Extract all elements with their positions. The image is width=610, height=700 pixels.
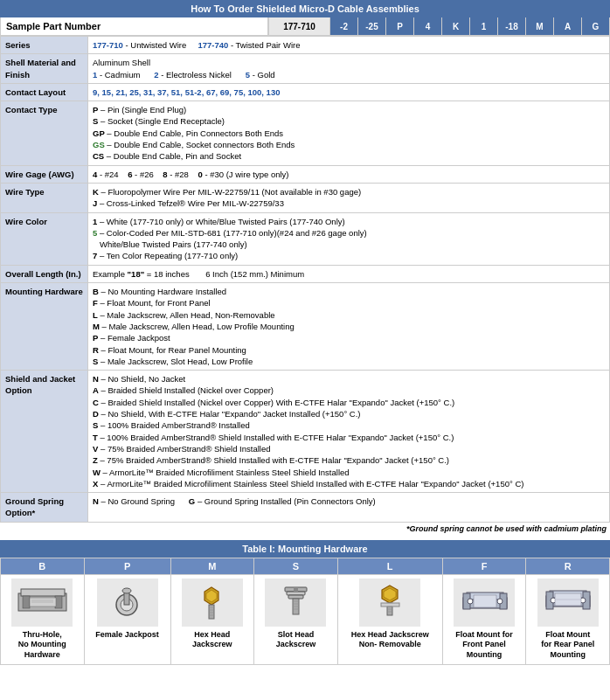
hw-label-s: Slot HeadJackscrew	[256, 630, 336, 650]
hw-img-r	[537, 579, 599, 627]
sj-v: V	[93, 444, 98, 454]
series-value: 177-710 - Untwisted Wire 177-740 - Twist…	[88, 37, 610, 54]
hw-svg-r	[539, 580, 596, 624]
contact-layout-value: 9, 15, 21, 25, 31, 37, 51, 51-2, 67, 69,…	[88, 83, 610, 100]
part-number-cells: 177-710 -2 -25 P 4 K 1 -18 M A G	[268, 17, 609, 35]
wc-1: 1	[93, 217, 97, 226]
shield-jacket-label: Shield and Jacket Option	[1, 371, 88, 493]
shield-jacket-value: N – No Shield, No Jacket A – Braided Shi…	[88, 371, 610, 493]
hw-cell-s: Slot HeadJackscrew	[254, 574, 338, 664]
pn-main: 177-710	[268, 17, 329, 35]
overall-length-row: Overall Length (In.) Example "18" = 18 i…	[1, 265, 610, 282]
hw-label-b: Thru-Hole,No MountingHardware	[3, 630, 82, 661]
hw-label-m: Hex HeadJackscrew	[173, 630, 253, 650]
series-row: Series 177-710 - Untwisted Wire 177-740 …	[1, 37, 610, 54]
svg-point-38	[468, 599, 473, 604]
wt-j: J	[93, 198, 97, 208]
series-177740: 177-740	[198, 40, 228, 50]
sj-w: W	[93, 468, 101, 477]
gs-g: G	[189, 496, 195, 506]
hw-header-l: L	[337, 558, 442, 574]
hw-cell-b: Thru-Hole,No MountingHardware	[1, 574, 85, 664]
hw-header-r: R	[526, 558, 610, 574]
pn-code-5: K	[441, 17, 469, 35]
overall-length-label: Overall Length (In.)	[1, 265, 88, 282]
series-177710: 177-710	[93, 40, 123, 50]
hw-cell-f: Float Mount forFront PanelMounting	[442, 574, 526, 664]
hw-label-r: Float Mountfor Rear PanelMounting	[528, 630, 607, 661]
shell-value: Aluminum Shell 1 - Cadmium 2 - Electrole…	[88, 54, 610, 84]
series-label: Series	[1, 37, 88, 54]
svg-rect-40	[474, 595, 496, 607]
ol-example: "18"	[128, 269, 145, 279]
sj-a: A	[93, 385, 99, 395]
mh-b: B	[93, 287, 99, 296]
wire-color-row: Wire Color 1 – White (177-710 only) or W…	[1, 212, 610, 265]
hw-label-f: Float Mount forFront PanelMounting	[445, 630, 524, 661]
shell-2: 2	[154, 70, 158, 80]
hw-label-p: Female Jackpost	[87, 630, 169, 641]
hw-svg-s	[267, 580, 324, 624]
wire-type-label: Wire Type	[1, 183, 88, 212]
svg-point-10	[122, 588, 131, 593]
hw-cell-m: Hex HeadJackscrew	[170, 574, 254, 664]
contact-layout-label: Contact Layout	[1, 83, 88, 100]
sj-c: C	[93, 398, 99, 407]
hw-label-l: Hex Head JackscrewNon- Removable	[340, 630, 440, 650]
hw-img-s	[265, 579, 326, 627]
contact-layout-row: Contact Layout 9, 15, 21, 25, 31, 37, 51…	[1, 83, 610, 100]
hw-img-m	[182, 579, 243, 627]
wg-4: 4	[93, 170, 97, 179]
pn-code-4: 4	[413, 17, 441, 35]
mh-m: M	[93, 322, 100, 331]
hw-svg-l	[362, 580, 419, 624]
ct-s: S	[93, 116, 98, 126]
pn-code-7: -18	[497, 17, 525, 35]
hw-svg-f	[456, 580, 513, 624]
sj-d: D	[93, 409, 99, 419]
hw-header-f: F	[442, 558, 526, 574]
ct-gs: GS	[93, 140, 105, 149]
pn-code-6: 1	[469, 17, 497, 35]
gs-n: N	[93, 496, 99, 506]
wg-0: 0	[198, 170, 202, 179]
part-number-label: Sample Part Number	[1, 17, 268, 35]
svg-rect-19	[287, 592, 305, 595]
ground-spring-value: N – No Ground Spring G – Ground Spring I…	[88, 493, 610, 523]
mh-s: S	[93, 357, 98, 366]
pn-code-3: P	[385, 17, 413, 35]
pn-code-10: G	[581, 17, 609, 35]
sj-z: Z	[93, 455, 98, 465]
wire-type-value: K – Fluoropolymer Wire Per MIL-W-22759/1…	[88, 183, 610, 212]
svg-point-39	[497, 599, 503, 604]
part-number-row: Sample Part Number 177-710 -2 -25 P 4 K …	[0, 17, 610, 36]
wt-k: K	[93, 187, 99, 197]
hw-img-l	[359, 579, 420, 627]
main-container: { "title": "How To Order Shielded Micro-…	[0, 0, 610, 665]
wg-6: 6	[128, 170, 132, 179]
wire-color-value: 1 – White (177-710 only) or White/Blue T…	[88, 212, 610, 265]
hw-img-f	[454, 579, 515, 627]
mh-l: L	[93, 310, 98, 320]
mh-f: F	[93, 298, 98, 308]
shell-1: 1	[93, 70, 97, 80]
mh-p: P	[93, 333, 98, 343]
wire-gage-row: Wire Gage (AWG) 4 - #24 6 - #26 8 - #28 …	[1, 165, 610, 183]
hw-img-b	[11, 579, 73, 627]
svg-rect-21	[294, 587, 298, 592]
pn-code-9: A	[553, 17, 581, 35]
shell-row: Shell Material and Finish Aluminum Shell…	[1, 54, 610, 84]
sj-x: X	[93, 479, 98, 489]
wc-7: 7	[93, 251, 97, 260]
mh-r: R	[93, 345, 99, 355]
hw-header-p: P	[84, 558, 170, 574]
mounting-hardware-row: Mounting Hardware B – No Mounting Hardwa…	[1, 283, 610, 371]
hw-cell-r: Float Mountfor Rear PanelMounting	[526, 574, 610, 664]
overall-length-value: Example "18" = 18 inches 6 Inch (152 mm.…	[88, 265, 610, 282]
svg-rect-13	[209, 605, 214, 619]
ct-gp: GP	[93, 128, 105, 138]
contact-type-label: Contact Type	[1, 101, 88, 165]
hw-svg-p	[99, 580, 156, 624]
hardware-table: B P M S L F R	[0, 558, 610, 665]
ct-p: P	[93, 105, 98, 114]
